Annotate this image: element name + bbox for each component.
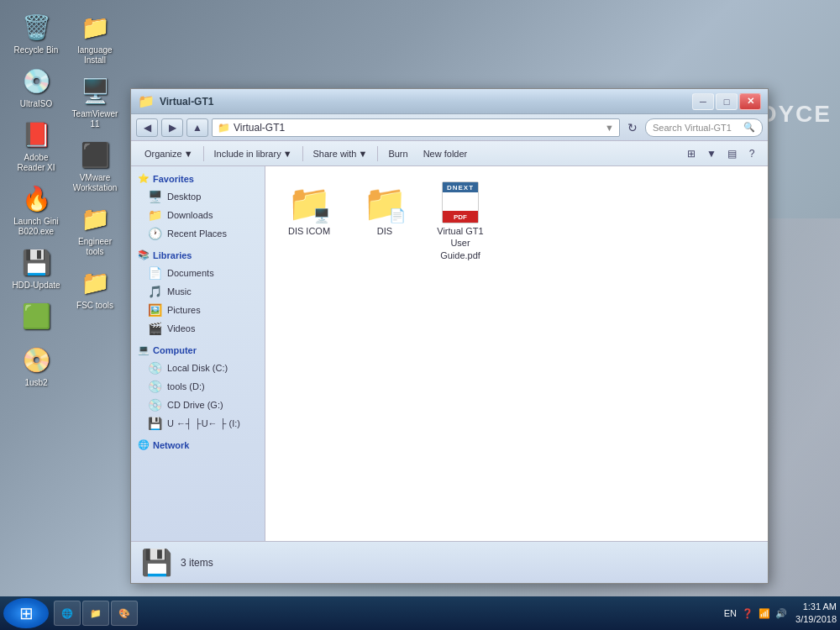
recycle-bin-icon: 🗑️ xyxy=(19,10,53,44)
libraries-icon: 📚 xyxy=(138,249,150,260)
sidebar-item-drive-i[interactable]: 💾 U ←┤ ├U← ├ (I:) xyxy=(131,414,265,433)
desktop-icon-adobe[interactable]: 📕 Adobe Reader XI xyxy=(7,114,66,176)
paint-icon: 🎨 xyxy=(118,608,130,619)
toolbar-separator-1 xyxy=(203,146,204,161)
forward-button[interactable]: ▶ xyxy=(161,118,183,137)
help-button[interactable]: ? xyxy=(743,144,761,163)
desktop-icon-green[interactable]: 🟩 xyxy=(7,296,66,338)
teamviewer-label: TeamViewer 11 xyxy=(69,109,121,129)
desktop-icon-hdd[interactable]: 💾 HDD-Update xyxy=(7,242,66,294)
engineer-label: Engineer tools xyxy=(69,237,121,257)
taskbar-ie-button[interactable]: 🌐 xyxy=(54,601,81,626)
cd-g-icon: 💿 xyxy=(148,398,162,412)
back-button[interactable]: ◀ xyxy=(136,118,158,137)
view-large-icon-button[interactable]: ⊞ xyxy=(682,144,701,163)
file-item-virtual-gt1-pdf[interactable]: DNEXT PDF Virtual GT1 User Guide.pdf xyxy=(427,176,494,266)
sidebar-network-header: 🌐 Network xyxy=(131,436,265,454)
share-with-button[interactable]: Share with ▼ xyxy=(307,144,375,163)
desktop-icon-recycle-bin[interactable]: 🗑️ Recycle Bin xyxy=(7,7,66,59)
sidebar-item-desktop[interactable]: 🖥️ Desktop xyxy=(131,187,265,206)
sidebar-network-section: 🌐 Network xyxy=(131,436,265,454)
desktop-icon-teamviewer[interactable]: 🖥️ TeamViewer 11 xyxy=(66,71,124,133)
music-sidebar-icon: 🎵 xyxy=(148,285,162,298)
desktop-icon-language[interactable]: 📁 language Install xyxy=(66,7,124,69)
share-dropdown-icon: ▼ xyxy=(359,149,368,159)
sidebar-item-pictures[interactable]: 🖼️ Pictures xyxy=(131,301,265,319)
desktop-icon-launch-gini[interactable]: 🔥 Launch Gini B020.exe xyxy=(7,178,66,240)
taskbar-help-icon: ❓ xyxy=(742,608,753,619)
taskbar-date: 3/19/2018 xyxy=(795,613,837,626)
status-bar: 💾 3 items xyxy=(131,541,768,583)
sidebar-item-videos[interactable]: 🎬 Videos xyxy=(131,319,265,338)
file-item-dis[interactable]: 📁 📄 DIS xyxy=(351,176,418,266)
recycle-bin-label: Recycle Bin xyxy=(14,45,59,55)
view-buttons: ⊞ ▼ ▤ ? xyxy=(682,144,761,163)
local-disk-c-icon: 💿 xyxy=(148,361,162,375)
include-library-button[interactable]: Include in library ▼ xyxy=(207,144,299,163)
vmware-icon: ⬛ xyxy=(78,138,112,171)
sidebar-item-downloads[interactable]: 📁 Downloads xyxy=(131,206,265,224)
organize-button[interactable]: Organize ▼ xyxy=(138,144,200,163)
up-button[interactable]: ▲ xyxy=(186,118,208,137)
sidebar-item-tools-d[interactable]: 💿 tools (D:) xyxy=(131,377,265,396)
desktop-icons-col1: 🗑️ Recycle Bin 💿 UltraISO 📕 Adobe Reader… xyxy=(7,7,66,391)
star-icon: ⭐ xyxy=(138,173,150,184)
library-dropdown-icon: ▼ xyxy=(283,149,292,159)
new-folder-button[interactable]: New folder xyxy=(417,144,475,163)
taskbar-network-icon: 📶 xyxy=(759,608,770,619)
sidebar-item-music[interactable]: 🎵 Music xyxy=(131,282,265,301)
content-area: ⭐ Favorites 🖥️ Desktop 📁 Downloads 🕐 Rec… xyxy=(131,166,768,541)
green-icon: 🟩 xyxy=(19,299,53,333)
refresh-button[interactable]: ↻ xyxy=(623,118,642,137)
hdd-icon: 💾 xyxy=(19,245,53,279)
search-box[interactable]: Search Virtual-GT1 🔍 xyxy=(645,118,763,137)
language-install-icon: 📁 xyxy=(78,10,112,44)
sidebar-favorites-section: ⭐ Favorites 🖥️ Desktop 📁 Downloads 🕐 Rec… xyxy=(131,170,265,243)
teamviewer-icon: 🖥️ xyxy=(78,74,112,108)
search-icon: 🔍 xyxy=(743,122,755,133)
sidebar-item-cd-g[interactable]: 💿 CD Drive (G:) xyxy=(131,396,265,414)
usb2-label: 1usb2 xyxy=(24,378,47,388)
fsc-label: FSC tools xyxy=(76,301,113,311)
pdf-label: Virtual GT1 User Guide.pdf xyxy=(432,225,489,261)
minimize-button[interactable]: ─ xyxy=(692,93,714,110)
close-button[interactable]: ✕ xyxy=(739,93,761,110)
sidebar-item-recent[interactable]: 🕐 Recent Places xyxy=(131,224,265,243)
adobe-icon: 📕 xyxy=(19,118,53,151)
ultraiso-icon: 💿 xyxy=(19,64,53,97)
desktop-icon-engineer[interactable]: 📁 Engineer tools xyxy=(66,198,124,260)
desktop-icon-ultraiso[interactable]: 💿 UltraISO xyxy=(7,60,66,113)
desktop-icon-fsc[interactable]: 📁 FSC tools xyxy=(66,262,124,314)
toolbar: Organize ▼ Include in library ▼ Share wi… xyxy=(131,141,768,166)
desktop-icon-vmware[interactable]: ⬛ VMware Workstation xyxy=(66,134,124,197)
address-bar[interactable]: 📁 Virtual-GT1 ▼ xyxy=(212,118,620,137)
view-dropdown-button[interactable]: ▼ xyxy=(702,144,721,163)
start-button[interactable]: ⊞ xyxy=(3,598,49,628)
sidebar-libraries-header: 📚 Libraries xyxy=(131,246,265,264)
ie-icon: 🌐 xyxy=(61,608,73,619)
burn-button[interactable]: Burn xyxy=(381,144,414,163)
computer-icon: 💻 xyxy=(138,344,150,355)
path-text: Virtual-GT1 xyxy=(234,122,285,134)
path-dropdown-arrow[interactable]: ▼ xyxy=(605,123,614,133)
ultraiso-label: UltraISO xyxy=(20,99,52,109)
desktop-icon-usb2[interactable]: 📀 1usb2 xyxy=(7,339,66,391)
usb2-icon: 📀 xyxy=(19,343,53,376)
sidebar-item-local-disk-c[interactable]: 💿 Local Disk (C:) xyxy=(131,359,265,377)
desktop-icons-col2: 📁 language Install 🖥️ TeamViewer 11 ⬛ VM… xyxy=(66,7,124,314)
taskbar-paint-button[interactable]: 🎨 xyxy=(111,601,138,626)
preview-pane-button[interactable]: ▤ xyxy=(722,144,741,163)
search-placeholder-text: Search Virtual-GT1 xyxy=(653,123,732,133)
status-icon: 💾 xyxy=(141,548,172,577)
file-item-dis-icom[interactable]: 📁 🖥️ DIS ICOM xyxy=(276,176,343,266)
sidebar-item-documents[interactable]: 📄 Documents xyxy=(131,264,265,282)
desktop: ROYCE 🗑️ Recycle Bin 💿 UltraISO 📕 Adobe … xyxy=(0,0,840,630)
sidebar-computer-header: 💻 Computer xyxy=(131,341,265,359)
language-install-label: language Install xyxy=(69,45,121,66)
organize-dropdown-icon: ▼ xyxy=(184,149,193,159)
dis-icon: 📁 📄 xyxy=(364,181,406,223)
maximize-button[interactable]: □ xyxy=(716,93,738,110)
taskbar-clock: 1:31 AM 3/19/2018 xyxy=(795,601,837,627)
pictures-sidebar-icon: 🖼️ xyxy=(148,303,162,317)
taskbar-explorer-button[interactable]: 📁 xyxy=(82,601,109,626)
